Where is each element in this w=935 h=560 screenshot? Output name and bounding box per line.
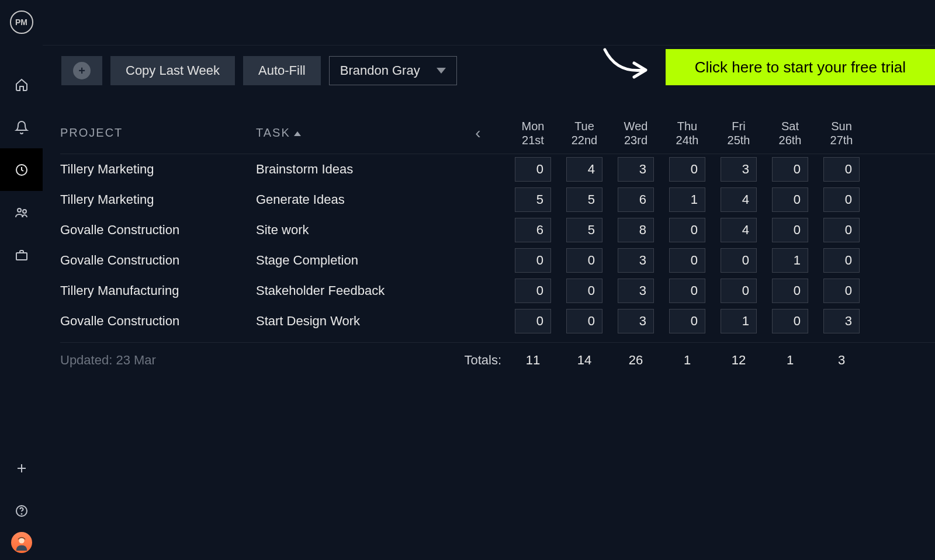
hour-input[interactable]: 3 [618, 309, 654, 333]
day-col-1: Tue22nd [559, 119, 610, 147]
hour-input[interactable]: 0 [823, 279, 860, 303]
svg-point-5 [21, 513, 22, 514]
hour-input[interactable]: 0 [721, 248, 757, 273]
hour-input[interactable]: 0 [721, 279, 757, 303]
hour-input[interactable]: 5 [566, 187, 602, 212]
hour-input[interactable]: 3 [618, 157, 654, 182]
total-2: 26 [610, 353, 662, 368]
hour-input[interactable]: 0 [823, 248, 860, 273]
totals-row: Updated: 23 Mar Totals: 11 14 26 1 12 1 … [60, 342, 935, 377]
project-cell: Govalle Construction [60, 314, 256, 329]
nav-people[interactable] [0, 191, 43, 234]
table-row: Govalle ConstructionSite work6580400 [60, 215, 935, 245]
svg-point-1 [18, 208, 21, 212]
hour-input[interactable]: 0 [669, 248, 705, 273]
hour-input[interactable]: 0 [772, 279, 808, 303]
nav-home[interactable] [0, 63, 43, 106]
project-cell: Govalle Construction [60, 253, 256, 268]
hour-input[interactable]: 0 [669, 309, 705, 333]
project-cell: Tillery Manufacturing [60, 283, 256, 298]
timesheet-grid: PROJECT TASK ‹ Mon21st Tue22nd Wed23rd T… [43, 96, 935, 377]
col-project: PROJECT [60, 126, 256, 140]
sidebar: PM [0, 0, 43, 560]
cta-wrap: Click here to start your free trial [599, 47, 935, 88]
topbar [43, 0, 935, 46]
hour-input[interactable]: 0 [823, 187, 860, 212]
hour-input[interactable]: 1 [721, 309, 757, 333]
task-cell: Stage Completion [256, 253, 449, 268]
autofill-button[interactable]: Auto-Fill [243, 56, 321, 85]
hour-input[interactable]: 8 [618, 218, 654, 242]
hour-input[interactable]: 0 [772, 309, 808, 333]
cta-free-trial[interactable]: Click here to start your free trial [666, 49, 935, 85]
task-cell: Brainstorm Ideas [256, 162, 449, 177]
hour-input[interactable]: 5 [566, 218, 602, 242]
hour-input[interactable]: 0 [669, 157, 705, 182]
hour-input[interactable]: 0 [772, 218, 808, 242]
task-cell: Start Design Work [256, 314, 449, 329]
day-col-3: Thu24th [662, 119, 713, 147]
nav-time[interactable] [0, 148, 43, 191]
briefcase-icon [15, 248, 29, 262]
hour-input[interactable]: 3 [721, 157, 757, 182]
hour-input[interactable]: 0 [669, 218, 705, 242]
updated-label: Updated: 23 Mar [60, 353, 256, 368]
table-row: Tillery ManufacturingStakeholder Feedbac… [60, 276, 935, 306]
sort-asc-icon [294, 131, 301, 136]
arrow-icon [599, 47, 652, 88]
nav-notifications[interactable] [0, 106, 43, 148]
hour-input[interactable]: 0 [823, 218, 860, 242]
task-cell: Site work [256, 222, 449, 238]
hour-input[interactable]: 0 [566, 279, 602, 303]
nav-help[interactable] [0, 489, 43, 532]
hour-input[interactable]: 5 [515, 187, 551, 212]
logo[interactable]: PM [10, 11, 33, 34]
add-button[interactable]: + [61, 56, 102, 85]
main: + Copy Last Week Auto-Fill Brandon Gray … [43, 0, 935, 560]
hour-input[interactable]: 1 [669, 187, 705, 212]
nav-add[interactable] [0, 447, 43, 489]
project-cell: Tillery Marketing [60, 192, 256, 207]
hour-input[interactable]: 0 [515, 248, 551, 273]
hour-input[interactable]: 0 [823, 157, 860, 182]
hour-input[interactable]: 4 [721, 187, 757, 212]
chevron-down-icon [437, 68, 446, 74]
hour-input[interactable]: 6 [618, 187, 654, 212]
grid-body: Tillery MarketingBrainstorm Ideas0430300… [60, 154, 935, 336]
help-icon [15, 504, 29, 518]
hour-input[interactable]: 0 [515, 279, 551, 303]
bell-icon [15, 120, 29, 134]
total-0: 11 [507, 353, 559, 368]
hour-input[interactable]: 0 [515, 309, 551, 333]
hour-input[interactable]: 0 [566, 248, 602, 273]
hour-input[interactable]: 0 [669, 279, 705, 303]
hour-input[interactable]: 0 [515, 157, 551, 182]
user-select-value: Brandon Gray [340, 63, 420, 78]
plus-icon [15, 461, 29, 475]
hour-input[interactable]: 0 [566, 309, 602, 333]
svg-rect-3 [16, 253, 27, 260]
hour-input[interactable]: 1 [772, 248, 808, 273]
svg-point-2 [23, 210, 26, 213]
user-select[interactable]: Brandon Gray [329, 56, 457, 85]
hour-input[interactable]: 6 [515, 218, 551, 242]
copy-last-week-button[interactable]: Copy Last Week [110, 56, 235, 85]
grid-header: PROJECT TASK ‹ Mon21st Tue22nd Wed23rd T… [60, 107, 935, 154]
day-col-5: Sat26th [764, 119, 816, 147]
hour-input[interactable]: 3 [823, 309, 860, 333]
project-cell: Govalle Construction [60, 222, 256, 238]
hour-input[interactable]: 4 [566, 157, 602, 182]
col-task[interactable]: TASK [256, 126, 449, 140]
hour-input[interactable]: 3 [618, 279, 654, 303]
hour-input[interactable]: 0 [772, 187, 808, 212]
week-nav-prev[interactable]: ‹ [449, 124, 507, 142]
hour-input[interactable]: 0 [772, 157, 808, 182]
hour-input[interactable]: 4 [721, 218, 757, 242]
day-col-4: Fri25th [713, 119, 764, 147]
hour-input[interactable]: 3 [618, 248, 654, 273]
day-col-0: Mon21st [507, 119, 559, 147]
clock-icon [15, 163, 29, 177]
avatar-icon [13, 534, 30, 551]
nav-work[interactable] [0, 234, 43, 276]
avatar[interactable] [11, 532, 32, 553]
